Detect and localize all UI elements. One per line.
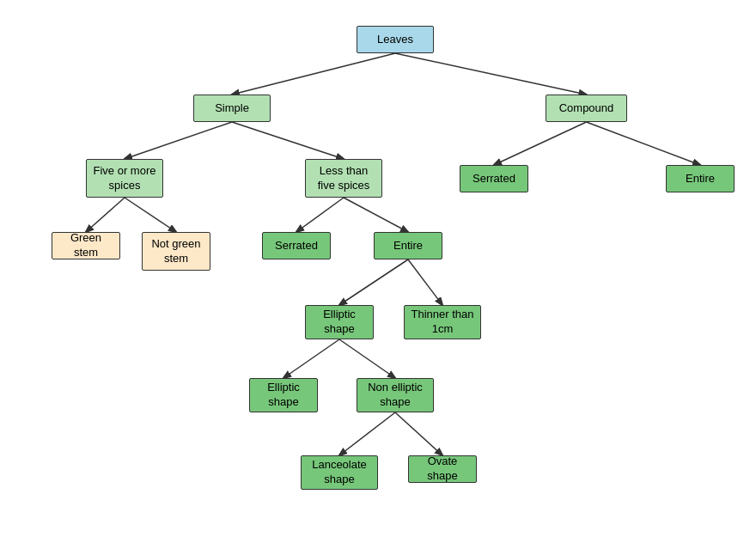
node-entire_simple: Entire [374,232,442,259]
svg-line-4 [494,122,587,165]
node-simple: Simple [193,95,271,122]
svg-line-1 [395,53,587,95]
svg-line-2 [125,122,232,159]
svg-line-7 [125,198,176,232]
svg-line-3 [232,122,344,159]
svg-line-10 [339,259,408,305]
node-green_stem: Green stem [52,232,120,259]
svg-line-8 [296,198,344,232]
node-leaves: Leaves [357,26,434,53]
node-serrated_simple: Serrated [262,232,331,259]
node-lanceolate: Lanceolate shape [301,455,378,490]
svg-line-6 [86,198,125,232]
svg-line-15 [395,412,442,455]
node-entire_compound: Entire [666,165,735,192]
node-not_green: Not green stem [142,232,210,271]
svg-line-5 [587,122,701,165]
svg-line-9 [344,198,408,232]
node-ovate: Ovate shape [408,455,477,483]
node-elliptic2: Elliptic shape [249,378,318,412]
node-elliptic: Elliptic shape [305,305,374,339]
connection-lines [0,0,756,537]
svg-line-14 [339,412,395,455]
svg-line-12 [284,339,339,378]
node-non_elliptic: Non elliptic shape [357,378,434,412]
svg-line-13 [339,339,395,378]
svg-line-0 [232,53,395,95]
node-compound: Compound [546,95,627,122]
tree-container: LeavesSimpleCompoundFive or more spicesL… [0,0,756,537]
node-thinner: Thinner than 1cm [404,305,481,339]
node-serrated_compound: Serrated [460,165,528,192]
node-less_than: Less than five spices [305,159,382,198]
node-five_more: Five or more spices [86,159,163,198]
svg-line-11 [408,259,442,305]
